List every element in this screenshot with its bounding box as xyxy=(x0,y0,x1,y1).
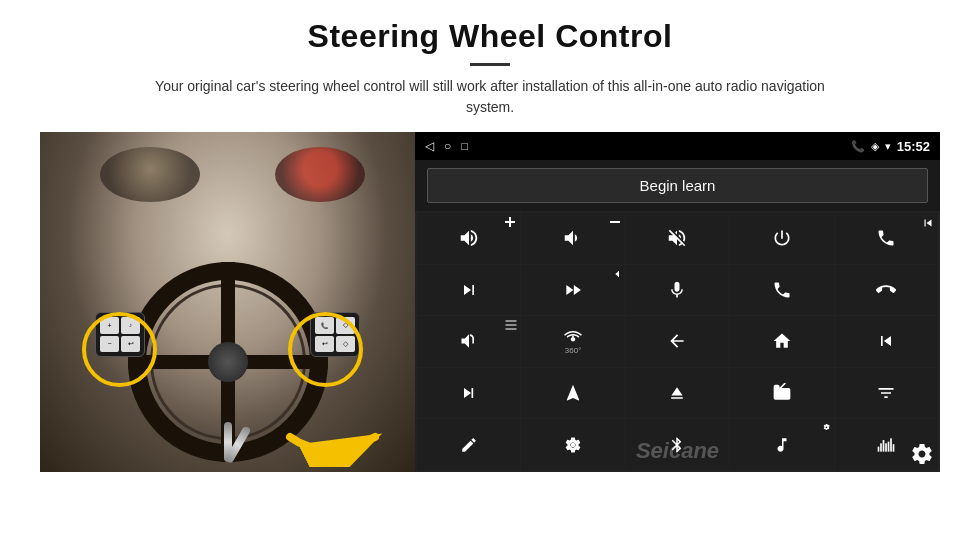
call-btn[interactable] xyxy=(730,265,833,316)
bluetooth-btn[interactable] xyxy=(626,419,729,470)
svg-rect-11 xyxy=(893,444,895,452)
steering-wheel-image: + ♪ − ↩ 📞 ◇ ↩ ◇ xyxy=(40,132,415,472)
horn-btn[interactable] xyxy=(417,316,520,367)
arrow-icon xyxy=(285,407,395,467)
status-right: 📞 ◈ ▾ 15:52 xyxy=(851,139,930,154)
highlight-left xyxy=(82,312,157,387)
recents-icon[interactable]: □ xyxy=(461,140,468,152)
vol-up-btn[interactable] xyxy=(417,213,520,264)
svg-rect-2 xyxy=(505,221,515,223)
prev-call-btn[interactable] xyxy=(835,213,938,264)
title-divider xyxy=(470,63,510,66)
equalizer-btn[interactable] xyxy=(835,368,938,419)
svg-rect-9 xyxy=(888,441,890,451)
eject-btn[interactable] xyxy=(626,368,729,419)
camera-360-btn[interactable]: 360° xyxy=(521,316,624,367)
home-circle-icon[interactable]: ○ xyxy=(444,139,451,153)
status-left: ◁ ○ □ xyxy=(425,139,468,153)
content-row: + ♪ − ↩ 📞 ◇ ↩ ◇ xyxy=(40,132,940,472)
settings2-btn[interactable] xyxy=(521,419,624,470)
back-nav-btn[interactable] xyxy=(626,316,729,367)
page-subtitle: Your original car's steering wheel contr… xyxy=(140,76,840,118)
location-icon: ◈ xyxy=(871,140,879,153)
music-btn[interactable] xyxy=(730,419,833,470)
hang-up-btn[interactable] xyxy=(835,265,938,316)
skip-next-btn[interactable] xyxy=(417,368,520,419)
svg-point-4 xyxy=(571,442,576,447)
home-nav-btn[interactable] xyxy=(730,316,833,367)
begin-learn-row: Begin learn xyxy=(415,160,940,211)
fast-forward-btn[interactable] xyxy=(521,265,624,316)
wifi-icon: ▾ xyxy=(885,140,891,153)
next-btn[interactable] xyxy=(417,265,520,316)
power-btn[interactable] xyxy=(730,213,833,264)
title-section: Steering Wheel Control Your original car… xyxy=(40,18,940,132)
status-bar: ◁ ○ □ 📞 ◈ ▾ 15:52 xyxy=(415,132,940,160)
mute-btn[interactable] xyxy=(626,213,729,264)
phone-status-icon: 📞 xyxy=(851,140,865,153)
back-icon[interactable]: ◁ xyxy=(425,139,434,153)
page-wrapper: Steering Wheel Control Your original car… xyxy=(0,0,980,548)
mic-btn[interactable] xyxy=(626,265,729,316)
settings-gear-icon[interactable] xyxy=(910,442,934,466)
svg-rect-3 xyxy=(610,221,620,223)
begin-learn-button[interactable]: Begin learn xyxy=(427,168,928,203)
svg-rect-10 xyxy=(890,438,892,451)
android-screen: ◁ ○ □ 📞 ◈ ▾ 15:52 Begin learn xyxy=(415,132,940,472)
radio-btn[interactable] xyxy=(730,368,833,419)
svg-rect-5 xyxy=(878,446,880,451)
status-time: 15:52 xyxy=(897,139,930,154)
pen-btn[interactable] xyxy=(417,419,520,470)
highlight-right xyxy=(288,312,363,387)
controls-grid: 360° xyxy=(415,211,940,472)
svg-rect-6 xyxy=(880,443,882,451)
vol-down-btn[interactable] xyxy=(521,213,624,264)
svg-rect-7 xyxy=(883,440,885,452)
nav-arrow-btn[interactable] xyxy=(521,368,624,419)
rewind-btn[interactable] xyxy=(835,316,938,367)
controls-section: 360° xyxy=(415,211,940,472)
svg-rect-8 xyxy=(885,443,887,451)
page-title: Steering Wheel Control xyxy=(40,18,940,55)
